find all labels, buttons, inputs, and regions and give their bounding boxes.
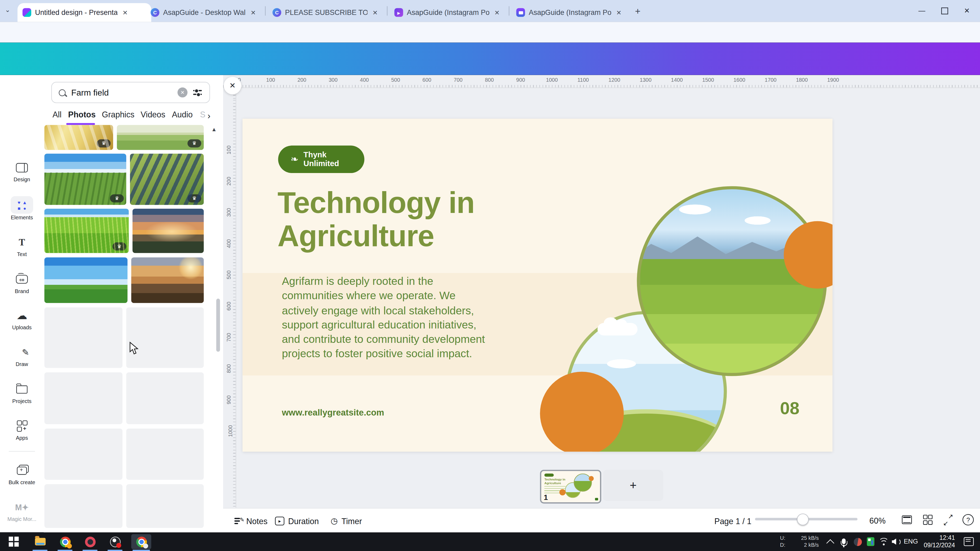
sidebar-item-elements[interactable]: ♥▲■● Elements xyxy=(0,198,44,227)
duration-label: Duration xyxy=(288,516,319,526)
action-center-icon[interactable] xyxy=(963,534,975,549)
start-button[interactable] xyxy=(6,534,21,549)
window-close-button[interactable]: ✕ xyxy=(956,0,978,21)
tray-expand-chevron-icon[interactable] xyxy=(824,534,836,549)
sidebar-item-bulk-create[interactable]: Bulk create xyxy=(0,463,44,492)
ruler-tick: 1300 xyxy=(640,77,651,83)
recorder-app-taskbar-icon[interactable] xyxy=(83,534,97,549)
language-indicator[interactable]: ENG xyxy=(904,537,918,545)
photo-rice-field[interactable]: ♛ xyxy=(45,209,129,253)
tab-close-icon[interactable]: ✕ xyxy=(372,9,378,16)
photo-sunset-sky[interactable] xyxy=(133,209,204,253)
ruler-tick: 600 xyxy=(422,77,431,83)
tab-close-icon[interactable]: ✕ xyxy=(123,9,128,16)
photo-crop-rows[interactable]: ♛ xyxy=(45,154,126,205)
netmonitor-tray-icon[interactable] xyxy=(864,534,877,549)
tab-untitled-design[interactable]: Untitled design - Presentation ✕ xyxy=(18,3,151,22)
sidebar-item-label: Uploads xyxy=(0,324,44,330)
sidebar-item-projects[interactable]: Projects xyxy=(0,382,44,410)
window-minimize-button[interactable]: — xyxy=(911,0,932,21)
obs-taskbar-icon[interactable] xyxy=(108,534,123,549)
volume-icon[interactable] xyxy=(890,534,902,549)
ruler-tick: 1400 xyxy=(671,77,683,83)
ruler-tick: 900 xyxy=(226,395,232,404)
notes-button[interactable]: Notes xyxy=(234,515,267,527)
filter-icon[interactable] xyxy=(193,89,202,96)
photo-corn-closeup[interactable]: ♛ xyxy=(45,125,113,150)
help-button[interactable]: ? xyxy=(961,513,975,527)
sidebar-item-uploads[interactable]: ☁↑ Uploads xyxy=(0,308,44,337)
tab-close-icon[interactable]: ✕ xyxy=(616,9,622,16)
sidebar-item-magic-morph[interactable]: M✦ Magic Mor... xyxy=(0,500,44,529)
photo-farm-gate-sunset[interactable] xyxy=(131,257,204,303)
tab-asapguide-wallpaper[interactable]: C AsapGuide - Desktop Wallpape ✕ xyxy=(146,3,273,22)
horizontal-ruler: 0 100 200 300 400 500 600 700 800 900 10… xyxy=(223,75,980,88)
fullscreen-button[interactable] xyxy=(941,513,955,527)
recording-tray-icon[interactable] xyxy=(851,534,864,549)
panel-scrollbar[interactable] xyxy=(216,299,220,352)
photo-blue-sky-meadow[interactable] xyxy=(45,257,127,303)
slide-website[interactable]: www.reallygreatsite.com xyxy=(282,407,384,418)
search-input[interactable]: Farm field ✕ xyxy=(51,82,210,103)
timer-label: Timer xyxy=(341,516,362,526)
sidebar-item-apps[interactable]: + Apps xyxy=(0,418,44,447)
active-tab-underline xyxy=(66,123,95,125)
search-icon xyxy=(59,89,66,96)
tab-please-subscribe[interactable]: C PLEASE SUBSCRIBE TO THIS CH ✕ xyxy=(267,3,395,22)
tab-audio[interactable]: Audio xyxy=(172,110,192,119)
sidebar-item-brand[interactable]: co Brand xyxy=(0,272,44,300)
scroll-up-icon[interactable]: ▲ xyxy=(211,126,217,132)
slide-heading[interactable]: Technology in Agriculture xyxy=(277,186,474,252)
clear-search-icon[interactable]: ✕ xyxy=(178,87,188,98)
thynk-unlimited-logo[interactable]: ❧ Thynk Unlimited xyxy=(278,146,364,173)
new-tab-button[interactable]: + xyxy=(635,6,641,16)
ruler-tick: 200 xyxy=(226,177,232,186)
tab-graphics[interactable]: Graphics xyxy=(102,110,135,119)
add-page-button[interactable]: + xyxy=(603,470,663,501)
tab-styles-truncated[interactable]: S xyxy=(200,110,205,119)
slide-paragraph[interactable]: Agrifarm is deeply rooted in the communi… xyxy=(282,274,494,362)
photo-green-field[interactable]: ♛ xyxy=(117,125,204,150)
ruler-tick: 300 xyxy=(329,77,337,83)
document-view-button[interactable] xyxy=(900,513,914,527)
tab-close-icon[interactable]: ✕ xyxy=(251,9,256,16)
chrome-taskbar-icon[interactable] xyxy=(57,534,72,549)
slide-page[interactable]: ❧ Thynk Unlimited Technology in Agricult… xyxy=(243,119,833,452)
microphone-tray-icon[interactable] xyxy=(838,534,850,549)
download-label: D: xyxy=(780,541,785,549)
slide-page-number[interactable]: 08 xyxy=(780,399,799,418)
window-maximize-button[interactable] xyxy=(934,0,955,21)
tab-search-chevron-icon[interactable]: ⌄ xyxy=(5,6,10,13)
photo-placeholder xyxy=(126,307,204,368)
sidebar-item-design[interactable]: Design xyxy=(0,160,44,189)
zoom-slider-handle[interactable] xyxy=(797,513,809,526)
close-panel-button[interactable]: ✕ xyxy=(224,77,241,94)
tab-all[interactable]: All xyxy=(52,110,62,119)
sidebar-rail: Design ♥▲■● Elements T Text co Brand ☁↑ … xyxy=(0,75,45,532)
grid-view-button[interactable] xyxy=(921,513,934,527)
tab-close-icon[interactable]: ✕ xyxy=(494,9,500,16)
tab-asapguide-video[interactable]: ▶ AsapGuide (Instagram Post) - Y ✕ xyxy=(389,3,517,22)
tab-videos[interactable]: Videos xyxy=(141,110,165,119)
sidebar-item-draw[interactable]: ✎ Draw xyxy=(0,345,44,374)
photo-solar-farm[interactable]: ♛ xyxy=(130,154,204,205)
orange-circle-left[interactable] xyxy=(540,372,624,451)
page-1-thumbnail[interactable]: Technology inAgriculture 1 xyxy=(540,470,601,503)
clock[interactable]: 12:41 09/12/2024 xyxy=(923,534,955,549)
tab-asapguide-a4[interactable]: AsapGuide (Instagram Post) (A ✕ xyxy=(511,3,639,22)
sidebar-item-text[interactable]: T Text xyxy=(0,235,44,264)
ruler-tick: 1100 xyxy=(578,77,589,83)
fullscreen-icon xyxy=(944,515,953,524)
sidebar-item-label: Brand xyxy=(0,288,44,294)
mini-page-badge xyxy=(595,498,598,500)
chrome-active-taskbar-icon[interactable] xyxy=(131,534,151,549)
timer-button[interactable]: ◷ Timer xyxy=(331,515,362,527)
duration-button[interactable]: ▶ Duration xyxy=(275,515,319,527)
tabs-scroll-chevron-icon[interactable]: › xyxy=(207,110,210,121)
upload-cloud-icon: ☁↑ xyxy=(0,309,44,322)
wifi-icon[interactable] xyxy=(877,534,890,549)
tab-photos[interactable]: Photos xyxy=(68,110,95,119)
vertical-ruler: 100 200 300 400 500 600 700 800 900 1000 xyxy=(223,87,236,508)
file-explorer-taskbar-icon[interactable] xyxy=(32,534,48,549)
sidebar-item-label: Magic Mor... xyxy=(0,516,44,522)
